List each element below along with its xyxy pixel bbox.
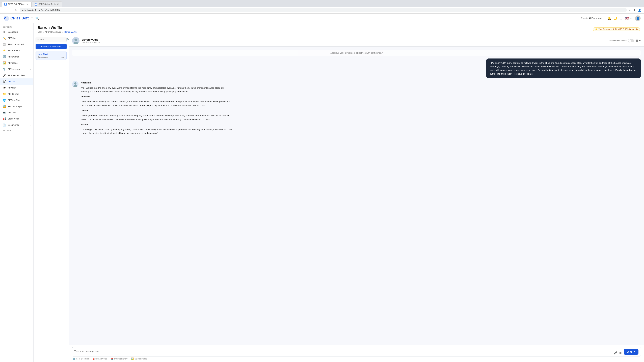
sidebar-item-ai-images[interactable]: 🖼️ AI Images <box>0 60 33 66</box>
conversation-title: New Chat <box>38 53 64 55</box>
sidebar-item-brand-voice[interactable]: 📢 Brand Voice <box>0 116 33 122</box>
search-box: 🔍 <box>36 37 66 42</box>
new-tab-button[interactable]: + <box>62 1 68 7</box>
prompt-library-label: Prompt Library <box>114 358 128 360</box>
ai-chat-icon: 💬 <box>3 80 6 83</box>
attention-label: Attention: <box>81 81 92 84</box>
sidebar-item-dashboard[interactable]: ⊞ Dashboard <box>0 29 33 35</box>
sidebar-item-ai-file-chat[interactable]: 📁 AI File Chat <box>0 91 33 97</box>
brand-voice-button[interactable]: 📢 Brand Voice <box>93 358 107 360</box>
sidebar-item-ai-vision[interactable]: 👁️ AI Vision <box>0 85 33 91</box>
sidebar-item-smart-editor[interactable]: ⚡ Smart Editor <box>0 47 33 54</box>
chat-menu-button[interactable]: ☰ ▾ <box>636 39 641 42</box>
conversation-item-new-chat[interactable]: New Chat 0 messages Now <box>36 51 66 60</box>
tab-1-close[interactable]: ✕ <box>26 3 29 5</box>
reload-button[interactable]: ↻ <box>14 8 18 12</box>
profile-icon[interactable]: 👤 <box>637 8 642 12</box>
interest-label: Interest: <box>81 95 90 98</box>
header-action-icons: 🔔 🌙 ⛶ <box>608 16 622 20</box>
create-ai-document-button[interactable]: Create AI Document ▼ <box>581 17 605 19</box>
model-icon: ⚙️ <box>72 358 75 360</box>
new-conversation-button[interactable]: + New Conversation <box>36 44 66 49</box>
desire-label: Desire: <box>81 109 88 112</box>
tab-2-title: CPRT Soft AI Tools <box>38 3 56 5</box>
message-input[interactable] <box>74 350 612 355</box>
tab-2-favicon <box>35 3 38 5</box>
prompt-library-button[interactable]: 📚 Prompt Library <box>110 358 128 360</box>
input-area: 🎤 ⏹ Send ➤ ⚙️ GPT 3.5 Turbo <box>69 345 644 362</box>
microphone-button[interactable]: 🎤 <box>614 351 617 355</box>
action-text: "Listening to my instincts and guided by… <box>81 128 233 135</box>
toggle-knob <box>628 39 631 42</box>
brand-voice-icon: 📢 <box>3 117 6 120</box>
breadcrumb-user[interactable]: User <box>38 31 42 33</box>
download-icon[interactable]: ⬇ <box>633 8 636 12</box>
bookmark-icon[interactable]: ☆ <box>628 8 632 12</box>
assistant-info: Barron Wuffle Investment Manager <box>72 37 100 44</box>
model-selector[interactable]: ⚙️ GPT 3.5 Turbo <box>72 358 90 360</box>
send-button[interactable]: Send ➤ <box>624 349 638 355</box>
attention-text: "As I walked into the shop, my eyes were… <box>81 86 233 94</box>
dashboard-icon: ⊞ <box>3 30 6 33</box>
input-icons: 🎤 ⏹ <box>614 351 622 355</box>
sidebar-item-ai-writer[interactable]: ✏️ AI Writer <box>0 35 33 41</box>
theme-toggle-icon[interactable]: 🌙 <box>614 16 617 20</box>
balance-plan: GPT 3.5 Turbo Words <box>618 28 638 30</box>
sidebar-item-documents[interactable]: 📄 Documents › <box>0 122 33 128</box>
toolbar-row: ⚙️ GPT 3.5 Turbo 📢 Brand Voice 📚 Prompt … <box>72 357 641 360</box>
ai-code-icon: 💻 <box>3 111 6 114</box>
back-button[interactable]: ← <box>2 8 7 12</box>
tab-2-close[interactable]: ✕ <box>56 3 59 5</box>
url-input[interactable] <box>20 8 627 12</box>
svg-point-0 <box>5 3 6 5</box>
header-left: C CPRT Soft ☰ 🔍 <box>3 15 39 21</box>
ai-voiceover-icon: 🎙️ <box>3 67 6 71</box>
messages-area: ...achieve your investment objectives wi… <box>69 46 644 345</box>
ai-chat-image-icon: 🖼️ <box>3 105 6 108</box>
upload-image-label: Upload Image <box>134 358 147 360</box>
ai-web-chat-icon: 🌐 <box>3 98 6 102</box>
flag-icon: 🇺🇸 <box>625 16 629 20</box>
sidebar-item-ai-code[interactable]: 💻 AI Code <box>0 109 33 116</box>
internet-toggle: Use Internet Access <box>609 39 634 42</box>
internet-toggle-switch[interactable] <box>628 39 634 42</box>
ai-images-icon: 🖼️ <box>3 61 6 64</box>
fullscreen-icon[interactable]: ⛶ <box>620 16 622 20</box>
sidebar: AI PANEL ⊞ Dashboard ✏️ AI Writer 📰 AI A… <box>0 23 34 362</box>
prompt-library-icon: 📚 <box>110 358 113 360</box>
sidebar-item-ai-speech[interactable]: 🎤 AI Speech to Text <box>0 72 33 78</box>
sidebar-item-ai-chat[interactable]: 💬 AI Chat <box>0 78 33 85</box>
svg-text:C: C <box>4 17 6 20</box>
smart-editor-icon: ⚡ <box>3 49 6 52</box>
message-input-row: 🎤 ⏹ Send ➤ <box>72 347 641 357</box>
assistant-role: Investment Manager <box>82 41 100 43</box>
user-avatar[interactable]: 👤 <box>635 15 641 21</box>
language-selector[interactable]: 🇺🇸 En <box>625 16 632 20</box>
notification-icon[interactable]: 🔔 <box>608 16 611 20</box>
send-label: Send <box>627 351 632 353</box>
internet-access-label: Use Internet Access <box>609 39 627 42</box>
assistant-name: Barron Wuffle <box>82 38 100 41</box>
tab-1[interactable]: CPRT Soft AI Tools ✕ <box>1 1 32 7</box>
menu-toggle-button[interactable]: ☰ <box>31 16 33 20</box>
user-message: PPle apply AIDA in my content as follows… <box>486 58 641 78</box>
search-button[interactable]: 🔍 <box>36 16 39 20</box>
assistant-response-content: Attention: "As I walked into the shop, m… <box>81 81 233 135</box>
stop-button[interactable]: ⏹ <box>619 351 622 355</box>
breadcrumb-sep-1: » <box>43 31 44 33</box>
forward-button[interactable]: → <box>8 8 13 12</box>
sidebar-section-account: ACCOUNT <box>0 128 33 132</box>
tab-2[interactable]: CPRT Soft AI Tools ✕ <box>32 1 62 7</box>
breadcrumb-ai-chat-assistants[interactable]: AI Chat Assistants <box>45 31 61 33</box>
app-header: C CPRT Soft ☰ 🔍 Create AI Document ▼ 🔔 🌙… <box>0 13 644 23</box>
sidebar-item-ai-rewriter[interactable]: 🔄 AI ReWriter <box>0 54 33 60</box>
sidebar-item-ai-chat-image[interactable]: 🖼️ AI Chat Image <box>0 103 33 109</box>
search-input[interactable] <box>38 38 66 41</box>
sidebar-item-ai-article[interactable]: 📰 AI Article Wizard <box>0 41 33 47</box>
logo-area: C CPRT Soft <box>3 15 29 21</box>
sidebar-item-ai-voiceover[interactable]: 🎙️ AI Voiceover › <box>0 66 33 72</box>
upload-image-button[interactable]: 🖼️ Upload Image <box>131 358 147 360</box>
breadcrumb: User » AI Chat Assistants » Barron Wuffl… <box>38 31 77 33</box>
balance-badge: ⚡ Your Balance is 8.7K GPT 3.5 Turbo Wor… <box>593 27 640 31</box>
sidebar-item-ai-web-chat[interactable]: 🌐 AI Web Chat <box>0 97 33 103</box>
